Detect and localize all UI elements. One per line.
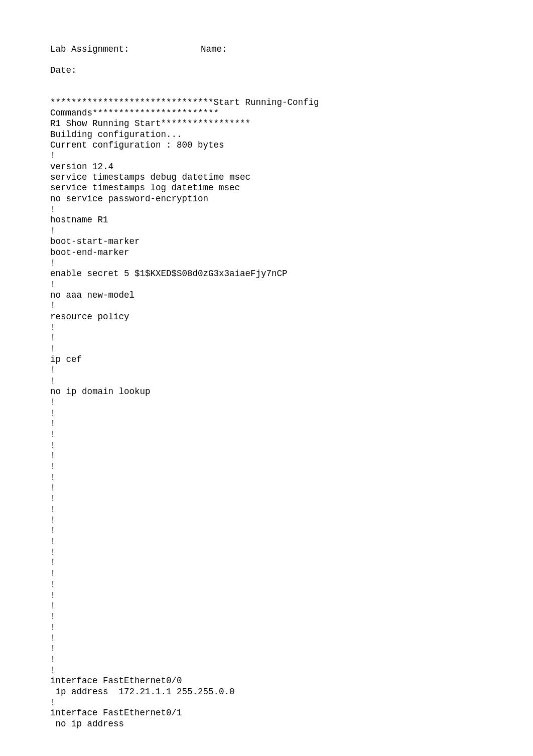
- date-label: Date:: [50, 65, 77, 75]
- running-config-text: *******************************Start Run…: [50, 97, 483, 729]
- name-label: Name:: [201, 44, 227, 55]
- lab-assignment-label: Lab Assignment:: [50, 44, 201, 55]
- header-row: Lab Assignment: Name:: [50, 44, 483, 55]
- date-row: Date:: [50, 65, 483, 76]
